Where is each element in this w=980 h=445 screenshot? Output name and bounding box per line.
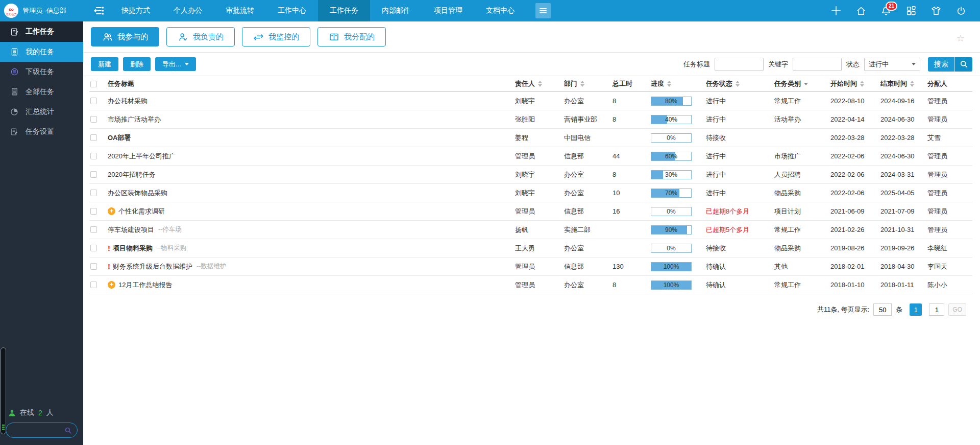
task-title-link[interactable]: OA部署 [108,133,131,143]
table-row[interactable]: +12月工作总结报告管理员办公室8100%待确认常规工作2018-01-1020… [89,276,972,294]
sort-arrows-icon[interactable] [580,81,584,87]
sidebar-item-3[interactable]: 全部任务 [0,82,83,102]
status-select[interactable]: 进行中 [864,58,920,71]
sort-arrows-icon[interactable] [667,81,671,87]
add-icon[interactable] [830,5,842,16]
theme-shirt-icon[interactable] [930,5,942,16]
column-header-3[interactable]: 部门 [564,79,612,88]
column-header-4[interactable]: 总工时 [612,79,651,88]
search-magnifier-icon [955,57,972,72]
column-header-8[interactable]: 开始时间 [830,79,880,88]
search-button[interactable]: 搜索 [928,57,972,72]
row-checkbox[interactable] [90,171,97,178]
power-icon[interactable] [955,5,967,16]
nav-item-1[interactable]: 快捷方式 [110,0,162,21]
select-all-checkbox[interactable] [90,81,97,87]
table-row[interactable]: 市场推广活动举办张胜阳营销事业部840%进行中活动举办2022-04-14202… [89,110,972,129]
column-filter-caret-icon[interactable] [804,83,808,85]
sidebar-item-4[interactable]: 汇总统计 [0,102,83,122]
cell-text: 常规工作 [774,226,801,233]
bell-icon[interactable]: 21 [880,5,892,16]
column-header-2[interactable]: 责任人 [515,79,564,88]
row-checkbox[interactable] [90,134,97,141]
row-checkbox[interactable] [90,116,97,123]
task-title-link[interactable]: 市场推广活动举办 [108,115,161,124]
current-page-button[interactable]: 1 [910,303,922,316]
task-title-link[interactable]: 办公耗材采购 [108,97,148,106]
go-button[interactable]: GO [948,303,966,316]
task-title-link[interactable]: 2020年上半年公司推广 [108,152,176,161]
row-checkbox[interactable] [90,245,97,251]
row-checkbox[interactable] [90,153,97,159]
column-header-1[interactable]: 任务标题 [108,79,515,88]
row-checkbox[interactable] [90,208,97,215]
sort-arrows-icon[interactable] [910,81,914,87]
transfer-arrows-icon [253,32,264,42]
tab-2[interactable]: 我负责的 [166,27,235,46]
row-checkbox[interactable] [90,282,97,288]
home-icon[interactable] [855,5,867,16]
nav-item-3[interactable]: 审批流转 [214,0,266,21]
company-logo-icon[interactable]: ∞ 华天动力 [4,4,18,18]
table-row[interactable]: 办公区装饰物品采购刘晓宇办公室1070%进行中物品采购2022-02-06202… [89,184,972,202]
task-title-link[interactable]: 停车场建设项目 [108,225,154,235]
sort-arrows-icon[interactable] [860,81,864,87]
task-title-link[interactable]: 财务系统升级后台数据维护 [113,262,192,271]
nav-item-8[interactable]: 文档中心 [474,0,526,21]
task-title-link[interactable]: 项目物料采购 [113,244,153,253]
nav-item-2[interactable]: 个人办公 [162,0,214,21]
table-row[interactable]: !项目物料采购--物料采购王大勇办公室0%待接收物品采购2019-08-2620… [89,239,972,257]
table-row[interactable]: 停车场建设项目--停车场扬帆实施二部90%已超期5个多月常规工作2021-02-… [89,221,972,239]
task-title-link[interactable]: 办公区装饰物品采购 [108,189,167,198]
table-row[interactable]: OA部署姜程中国电信0%待接收2022-03-282022-03-28艾雪 [89,129,972,147]
favorite-star-icon[interactable]: ☆ [957,33,965,44]
row-checkbox[interactable] [90,190,97,196]
sidebar-search-icon[interactable] [64,427,72,434]
table-row[interactable]: !财务系统升级后台数据维护--数据维护管理员信息部130100%待确认其他201… [89,257,972,276]
sidebar-search-input[interactable] [6,427,64,434]
delete-button[interactable]: 删除 [123,57,151,71]
tab-3[interactable]: 我监控的 [242,27,310,46]
apps-grid-icon[interactable] [905,5,917,16]
row-checkbox[interactable] [90,98,97,104]
cell-text: 李晓红 [927,244,947,252]
sidebar-item-5[interactable]: 任务设置 [0,122,83,142]
online-users[interactable]: 在线 2 人 [8,408,54,417]
column-header-10[interactable]: 分配人 [927,79,972,88]
tab-1[interactable]: 我参与的 [91,27,159,46]
table-row[interactable]: 2020年招聘任务刘晓宇办公室830%进行中人员招聘2022-02-062024… [89,166,972,184]
hours-cell: 8 [612,115,651,123]
task-title-link[interactable]: 2020年招聘任务 [108,170,156,179]
nav-collapse-icon[interactable] [91,3,107,18]
nav-item-6[interactable]: 内部邮件 [370,0,422,21]
assigner-cell: 陈小小 [927,280,972,290]
sort-arrows-icon[interactable] [736,81,740,87]
sidebar-item-2[interactable]: 下级任务 [0,62,83,82]
more-apps-icon[interactable] [535,3,551,18]
nav-item-5[interactable]: 工作任务 [318,0,370,21]
task-title-filter-input[interactable] [715,58,764,71]
tab-4[interactable]: 我分配的 [317,27,386,46]
page-size-input[interactable] [873,303,892,316]
column-header-5[interactable]: 进度 [651,79,706,88]
nav-item-4[interactable]: 工作中心 [266,0,318,21]
row-checkbox[interactable] [90,226,97,233]
side-panel-handle[interactable] [1,347,6,434]
sort-arrows-icon[interactable] [538,81,542,87]
keyword-filter-input[interactable] [793,58,842,71]
column-header-7[interactable]: 任务类别 [774,79,830,88]
column-header-6[interactable]: 任务状态 [706,79,774,88]
row-checkbox[interactable] [90,263,97,270]
table-row[interactable]: 办公耗材采购刘晓宇办公室880%进行中常规工作2022-08-102024-09… [89,92,972,110]
nav-item-7[interactable]: 项目管理 [422,0,474,21]
table-row[interactable]: +个性化需求调研管理员信息部160%已超期8个多月项目计划2021-06-092… [89,202,972,221]
task-title-link[interactable]: 12月工作总结报告 [118,280,172,290]
topbar-nav: 快捷方式个人办公审批流转工作中心工作任务内部邮件项目管理文档中心 [110,0,526,21]
goto-page-input[interactable] [929,303,944,316]
task-title-link[interactable]: 个性化需求调研 [118,207,165,216]
export-button[interactable]: 导出... [155,57,196,71]
table-row[interactable]: 2020年上半年公司推广管理员信息部4460%进行中市场推广2022-02-06… [89,147,972,166]
sidebar-item-1[interactable]: 我的任务 [0,42,83,62]
column-header-9[interactable]: 结束时间 [880,79,927,88]
new-button[interactable]: 新建 [91,57,118,71]
